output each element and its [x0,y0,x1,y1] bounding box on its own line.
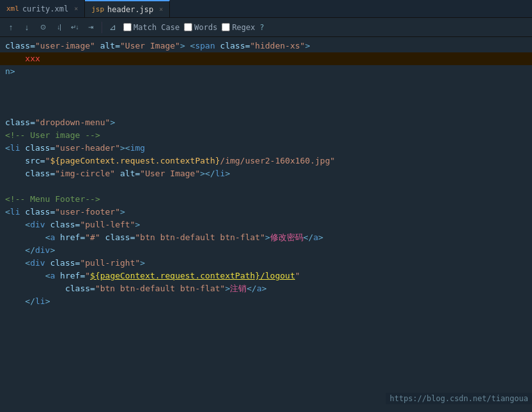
jsp-icon: jsp [91,5,104,13]
code-token: /img/user2-160x160.jpg" [220,155,335,167]
xml-icon: xml [6,4,19,13]
code-token: a [257,282,262,295]
code-token: li [10,142,20,155]
matchcase-checkbox[interactable] [123,23,132,31]
code-token: class= [5,40,35,52]
code-token: " [295,270,300,282]
code-token: li [10,206,20,218]
code-token: a [50,270,55,282]
code-token: "User Image" [140,167,200,180]
code-token: </ [303,231,314,244]
code-token: xxx [5,52,40,65]
regex-group: Regex [222,23,255,32]
words-label[interactable]: Words [194,23,217,32]
toolbar: ↑ ↓ ⊙ ↓| ↵↓ ⇥ ⊿ Match Case Words Regex ? [0,18,532,37]
btn-prev[interactable]: ↑ [4,20,18,34]
code-token: > [110,116,115,129]
code-token: class= [45,257,80,270]
code-token: < [45,231,50,244]
code-token: src= [25,155,45,167]
regex-label[interactable]: Regex [232,23,255,32]
code-token: div [30,257,45,270]
code-token: ></ [200,167,215,180]
code-token: > [225,282,230,295]
code-token: ${pageContext.request.contextPath}/logou… [90,270,295,282]
code-token: alt= [100,40,120,52]
code-token: > [140,257,145,270]
code-token: "img-circle" [55,167,115,180]
words-group: Words [184,23,217,32]
tab-header[interactable]: jsp header.jsp × [85,0,170,17]
code-line [0,91,532,103]
tab-security-close[interactable]: × [74,5,78,12]
matchcase-label[interactable]: Match Case [133,23,179,32]
code-token: > [120,206,125,218]
code-token: >< [120,142,130,155]
code-token: > < [180,40,195,52]
code-line: <li class="user-footer"> [0,206,532,218]
code-line [0,78,532,91]
code-token: n> [5,65,15,78]
code-line: <!-- Menu Footer--> [0,193,532,206]
code-line: </div> [0,244,532,257]
code-line: xxx [0,52,532,65]
code-token: img [130,142,145,155]
code-line: </li> [0,295,532,308]
code-token: class= [45,218,80,231]
code-token: < [25,218,30,231]
code-token [95,40,100,52]
code-token: alt= [115,167,140,180]
code-line: <!-- User image --> [0,129,532,142]
watermark: https://blog.csdn.net/tiangoua [386,393,532,404]
code-token [5,155,25,167]
code-token: li [35,295,45,308]
btn-next[interactable]: ↓ [20,20,34,34]
tab-security[interactable]: xml curity.xml × [0,0,85,17]
code-token: "user-image" [35,40,95,52]
code-token [5,231,45,244]
btn-indent[interactable]: ⇥ [84,20,98,34]
code-token [5,257,25,270]
code-token: <!-- User image --> [5,129,100,142]
code-line: <div class="pull-left"> [0,218,532,231]
code-token: "btn btn-default btn-flat" [95,282,225,295]
code-token: "btn btn-default btn-flat" [135,231,266,244]
code-token: > [45,295,50,308]
code-token: href= [55,270,85,282]
code-token: href= [55,231,85,244]
code-token: ${pageContext.request.contextPath} [50,155,220,167]
code-line: n> [0,65,532,78]
code-line: class="user-image" alt="User Image"> <sp… [0,40,532,52]
code-token [5,282,65,295]
code-token: < [45,270,50,282]
words-checkbox[interactable] [184,23,192,31]
code-token: "dropdown-menu" [35,116,110,129]
code-token: span [195,40,215,52]
code-token: class= [20,142,55,155]
code-token: "#" [85,231,100,244]
code-token: class= [25,167,55,180]
btn-cursor[interactable]: ↓| [52,20,66,34]
code-token: "pull-left" [80,218,135,231]
code-token [5,270,45,282]
code-token: </ [25,244,35,257]
regex-checkbox[interactable] [222,23,230,31]
code-token: 注销 [230,282,247,295]
code-token [5,244,25,257]
btn-circle[interactable]: ⊙ [36,20,50,34]
code-token: class= [20,206,55,218]
code-token [5,295,25,308]
matchcase-group: Match Case [123,23,179,32]
filter-icon: ⊿ [106,21,119,34]
tab-header-close[interactable]: × [159,6,163,13]
code-token: a [50,231,55,244]
btn-wrap[interactable]: ↵↓ [68,20,82,34]
code-token: < [25,257,30,270]
tab-header-label: header.jsp [107,5,153,14]
code-token: 修改密码 [270,231,303,244]
code-line [0,103,532,116]
code-token: <!-- Menu Footer--> [5,193,100,206]
help-icon[interactable]: ? [260,23,264,32]
code-token: < [5,142,10,155]
code-token: > [265,231,270,244]
